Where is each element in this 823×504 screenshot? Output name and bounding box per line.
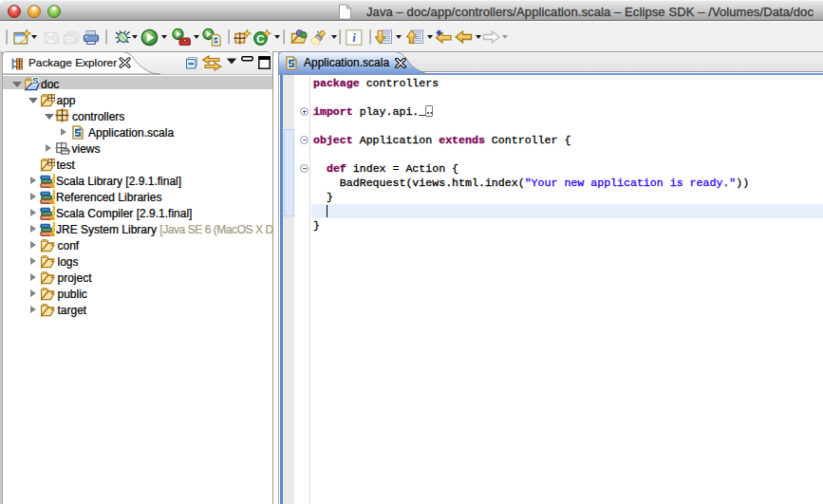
svg-text:i: i xyxy=(352,30,356,45)
svg-text:C: C xyxy=(256,33,264,45)
